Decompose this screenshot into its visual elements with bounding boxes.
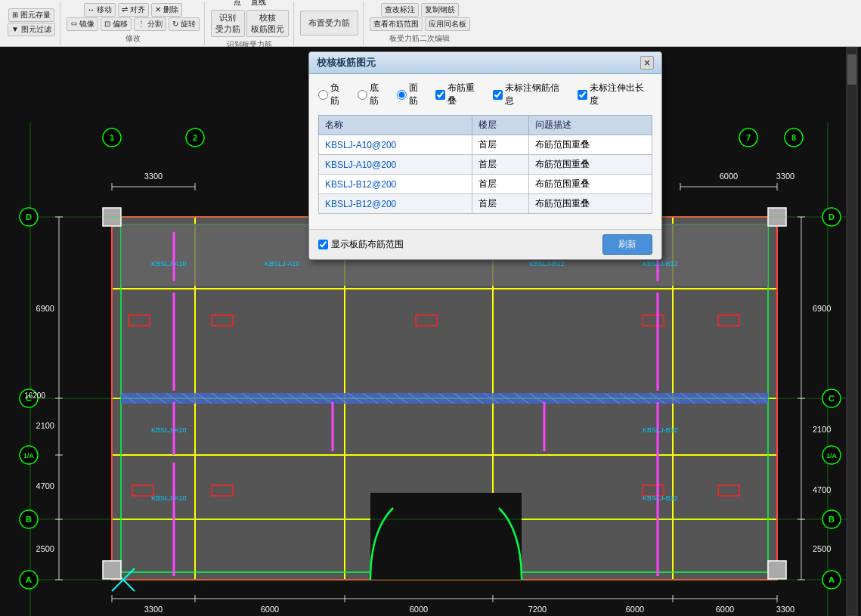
btn-offset[interactable]: ⊡ 偏移: [101, 17, 132, 31]
btn-copy-rebar[interactable]: 复制钢筋: [421, 3, 459, 17]
show-range-checkbox-label[interactable]: 显示板筋布筋范围: [318, 238, 404, 251]
table-row[interactable]: KBSLJ-B12@200首层布筋范围重叠: [319, 194, 652, 214]
dialog-body: 负筋 底筋 面筋 布筋重叠 未标注钢筋信息 未标注伸出长度: [309, 74, 661, 229]
svg-text:7200: 7200: [528, 605, 547, 614]
svg-text:KBSLJ-B12: KBSLJ-B12: [643, 260, 678, 268]
cell-name[interactable]: KBSLJ-B12@200: [319, 175, 472, 194]
cell-floor: 首层: [472, 135, 529, 155]
btn-check-slab-rebar[interactable]: 校核板筋图元: [246, 10, 289, 37]
check-slab-rebar-dialog: 校核板筋图元 × 负筋 底筋 面筋 布筋重叠 未标注钢筋信息: [308, 51, 662, 260]
cell-name[interactable]: KBSLJ-B12@200: [319, 194, 472, 214]
show-range-checkbox[interactable]: [318, 240, 328, 249]
svg-text:3300: 3300: [144, 172, 163, 181]
btn-identify-rebar[interactable]: 识别受力筋: [211, 10, 245, 37]
col-header-issue: 问题描述: [529, 116, 652, 135]
btn-check-annotation[interactable]: 查改标注: [381, 3, 419, 17]
toolbar-group-draw: 点 直线 识别受力筋 校核板筋图元 识别板受力筋: [206, 2, 294, 45]
dialog-close-button[interactable]: ×: [640, 56, 654, 70]
svg-text:4700: 4700: [36, 481, 54, 491]
radio-row: 负筋 底筋 面筋 布筋重叠 未标注钢筋信息 未标注伸出长度: [318, 82, 652, 107]
svg-text:3300: 3300: [144, 605, 163, 614]
svg-text:D: D: [828, 212, 835, 221]
radio-bottom-label: 底筋: [370, 82, 388, 107]
svg-text:16200: 16200: [24, 392, 45, 400]
col-header-name: 名称: [319, 116, 472, 135]
btn-align[interactable]: ⇌ 对齐: [118, 3, 149, 17]
svg-text:A: A: [828, 575, 835, 584]
rebar-name-link[interactable]: KBSLJ-B12@200: [325, 179, 396, 190]
cell-floor: 首层: [472, 194, 529, 214]
svg-text:1: 1: [110, 133, 114, 142]
btn-view-range[interactable]: 查看布筋范围: [370, 17, 423, 31]
issues-table-body: KBSLJ-A10@200首层布筋范围重叠KBSLJ-A10@200首层布筋范围…: [319, 135, 652, 214]
radio-face-rebar[interactable]: 面筋: [397, 82, 427, 107]
toolbar-group-view: ⊞ 图元存量 ▼ 图元过滤: [3, 2, 60, 45]
svg-text:2500: 2500: [36, 544, 54, 553]
svg-text:2100: 2100: [36, 421, 54, 430]
btn-rotate[interactable]: ↻ 旋转: [169, 17, 200, 31]
svg-text:B: B: [828, 515, 835, 524]
dialog-title-bar[interactable]: 校核板筋图元 ×: [309, 52, 661, 74]
toolbar-group-modify: ↔ 移动 ⇌ 对齐 ✕ 删除 ⇔ 镜像 ⊡ 偏移 ⋮ 分割 ↻ 旋转 修改: [62, 2, 205, 45]
btn-move[interactable]: ↔ 移动: [84, 3, 116, 17]
radio-face-label: 面筋: [409, 82, 427, 107]
table-row[interactable]: KBSLJ-B12@200首层布筋范围重叠: [319, 175, 652, 194]
cell-issue: 布筋范围重叠: [529, 155, 652, 175]
btn-split[interactable]: ⋮ 分割: [134, 17, 166, 31]
toolbar-group-edit: 查改标注 复制钢筋 查看布筋范围 应用同名板 板受力筋二次编辑: [365, 2, 475, 45]
svg-text:KBSLJ-A10: KBSLJ-A10: [265, 260, 300, 268]
svg-text:2: 2: [193, 133, 197, 142]
svg-text:2100: 2100: [813, 425, 831, 434]
toolbar-modify-label: 修改: [125, 33, 141, 44]
svg-text:4700: 4700: [813, 485, 831, 494]
svg-text:7: 7: [746, 133, 751, 142]
checkbox-overlap-label: 布筋重叠: [448, 82, 484, 107]
btn-place-rebar[interactable]: 布置受力筋: [300, 11, 358, 36]
edit-label: 板受力筋二次编辑: [389, 33, 450, 44]
rebar-name-link[interactable]: KBSLJ-A10@200: [325, 159, 396, 170]
show-range-label: 显示板筋布筋范围: [331, 238, 404, 251]
btn-filter[interactable]: ▼ 图元过滤: [8, 23, 55, 36]
btn-icon-store[interactable]: ⊞ 图元存量: [8, 8, 54, 22]
svg-text:1/A: 1/A: [23, 452, 35, 460]
table-row[interactable]: KBSLJ-A10@200首层布筋范围重叠: [319, 135, 652, 155]
checkbox-no-extension-label: 未标注伸出长度: [590, 82, 652, 107]
radio-negative-label: 负筋: [330, 82, 348, 107]
svg-text:KBSLJ-B12: KBSLJ-B12: [529, 260, 565, 268]
svg-text:A: A: [26, 575, 32, 584]
cell-issue: 布筋范围重叠: [529, 194, 652, 214]
radio-negative-rebar[interactable]: 负筋: [318, 82, 348, 107]
svg-text:3300: 3300: [776, 605, 794, 614]
col-header-floor: 楼层: [472, 116, 529, 135]
svg-text:6000: 6000: [626, 605, 644, 614]
svg-text:2500: 2500: [813, 544, 831, 553]
btn-apply-same-slab[interactable]: 应用同名板: [425, 17, 470, 31]
checkbox-no-extension[interactable]: 未标注伸出长度: [578, 82, 652, 107]
svg-text:3300: 3300: [776, 172, 794, 181]
svg-text:6000: 6000: [261, 605, 279, 614]
cell-name[interactable]: KBSLJ-A10@200: [319, 155, 472, 175]
svg-text:KBSLJ-B12: KBSLJ-B12: [643, 494, 678, 502]
dialog-title: 校核板筋图元: [317, 56, 376, 70]
svg-text:1/A: 1/A: [826, 452, 838, 460]
table-row[interactable]: KBSLJ-A10@200首层布筋范围重叠: [319, 155, 652, 175]
svg-text:KBSLJ-A10: KBSLJ-A10: [151, 260, 187, 268]
refresh-button[interactable]: 刷新: [602, 234, 652, 255]
btn-delete[interactable]: ✕ 删除: [151, 3, 182, 17]
cell-name[interactable]: KBSLJ-A10@200: [319, 135, 472, 155]
svg-text:6000: 6000: [720, 172, 738, 181]
rebar-name-link[interactable]: KBSLJ-B12@200: [325, 199, 396, 209]
svg-text:8: 8: [791, 133, 796, 142]
cell-issue: 布筋范围重叠: [529, 135, 652, 155]
svg-text:6000: 6000: [716, 605, 734, 614]
svg-rect-83: [768, 561, 786, 579]
svg-rect-192: [847, 47, 857, 616]
btn-mirror[interactable]: ⇔ 镜像: [67, 17, 99, 31]
dialog-footer: 显示板筋布筋范围 刷新: [309, 229, 661, 259]
cell-issue: 布筋范围重叠: [529, 175, 652, 194]
toolbar-group-place: 布置受力筋: [296, 2, 364, 45]
checkbox-no-annotation[interactable]: 未标注钢筋信息: [493, 82, 568, 107]
rebar-name-link[interactable]: KBSLJ-A10@200: [325, 140, 396, 150]
radio-bottom-rebar[interactable]: 底筋: [358, 82, 388, 107]
checkbox-overlap[interactable]: 布筋重叠: [435, 82, 484, 107]
